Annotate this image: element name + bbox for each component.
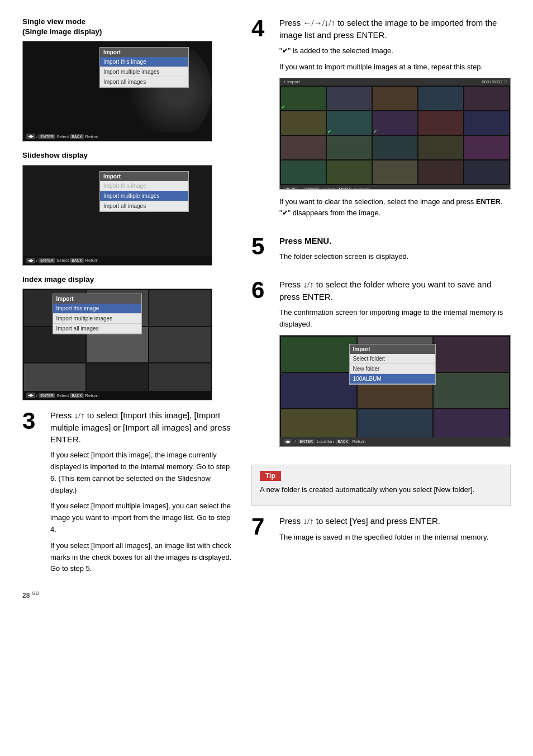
step7-body1: The image is saved in the specified fold… <box>279 532 511 544</box>
step7-title: Press ↓/↑ to select [Yes] and press ENTE… <box>279 515 511 527</box>
step6-number: 6 <box>251 278 272 453</box>
menu-header-3: Import <box>53 294 141 304</box>
right-column: 4 Press ←/→/↓/↑ to select the image to b… <box>251 17 511 599</box>
step4-block: 4 Press ←/→/↓/↑ to select the image to b… <box>251 17 511 224</box>
tip-body: A new folder is created automatically wh… <box>260 484 502 496</box>
slideshow-menu: Import Import this image Import multiple… <box>99 171 189 212</box>
f-t-6 <box>434 373 509 408</box>
menu-item-i3: Import all images <box>53 324 141 334</box>
step5-title: Press MENU. <box>279 235 511 247</box>
page-layout: Single view mode (Single image display) … <box>22 17 511 599</box>
step7-content: Press ↓/↑ to select [Yes] and press ENTE… <box>279 515 511 548</box>
img-t-3 <box>373 87 417 110</box>
img-t-6 <box>281 111 326 135</box>
index-section: Index image display Import Import this i… <box>22 275 235 401</box>
menu-item-s2: Import multiple images <box>100 191 188 201</box>
tip-label: Tip <box>260 471 281 481</box>
step4-number: 4 <box>251 17 272 224</box>
img-list-header: + Import 0001/0037 □ <box>280 78 510 86</box>
step5-number: 5 <box>251 235 272 267</box>
img-t-7: ✔ <box>327 111 372 135</box>
folder-bar: ◀▶ / ENTER Location BACK Return <box>280 437 510 446</box>
image-grid: ✔ ✔ ✔ <box>280 86 510 185</box>
single-view-section: Single view mode (Single image display) … <box>22 17 235 141</box>
menu-item-1: Import this image <box>100 57 188 67</box>
folder-menu-item-2: New folder <box>350 364 435 374</box>
index-display: Import Import this image Import multiple… <box>22 289 212 400</box>
step4-body3: If you want to clear the selection, sele… <box>279 196 511 220</box>
index-title: Index image display <box>22 275 235 285</box>
f-t-1 <box>281 337 356 372</box>
slideshow-bar: ◀▶ / ENTER Select BACK Return <box>23 256 212 265</box>
step3-content: Press ↓/↑ to select [Import this image],… <box>50 409 235 579</box>
tip-box: Tip A new folder is created automaticall… <box>251 465 511 507</box>
folder-menu-item-3: 100ALBUM <box>350 374 435 384</box>
step6-title: Press ↓/↑ to select the folder where you… <box>279 278 511 303</box>
img-t-17 <box>327 160 372 184</box>
menu-item-s1: Import this image <box>100 181 188 191</box>
step6-block: 6 Press ↓/↑ to select the folder where y… <box>251 278 511 453</box>
img-t-15 <box>464 136 509 159</box>
left-column: Single view mode (Single image display) … <box>22 17 235 599</box>
img-t-1: ✔ <box>281 87 326 110</box>
img-list-title: + Import <box>283 79 300 84</box>
single-view-bar: ◀▶ / ENTER Select BACK Return <box>23 132 212 141</box>
img-t-12 <box>327 136 372 159</box>
step3-body1: If you select [Import this image], the i… <box>50 450 235 496</box>
step5-body1: The folder selection screen is displayed… <box>279 251 511 263</box>
step3-title: Press ↓/↑ to select [Import this image],… <box>50 409 235 445</box>
step4-content: Press ←/→/↓/↑ to select the image to be … <box>279 17 511 224</box>
step6-body1: The confirmation screen for importing im… <box>279 307 511 330</box>
menu-item-i2: Import multiple images <box>53 314 141 324</box>
img-t-2 <box>327 87 372 110</box>
step3-block: 3 Press ↓/↑ to select [Import this image… <box>22 409 235 579</box>
menu-header: Import <box>100 48 188 57</box>
thumb-6 <box>149 327 211 362</box>
img-t-9 <box>418 111 463 135</box>
step5-content: Press MENU. The folder selection screen … <box>279 235 511 267</box>
step4-body1: "✔" is added to the selected image. <box>279 45 511 57</box>
single-view-menu: Import Import this image Import multiple… <box>99 47 189 88</box>
bar-nav-i: ◀▶ / ENTER Select BACK Return <box>26 393 98 398</box>
step3-number: 3 <box>22 409 42 579</box>
img-t-19 <box>418 160 463 184</box>
menu-item-s3: Import all images <box>100 201 188 211</box>
bar-nav: ◀▶ / ENTER Select BACK Return <box>26 134 98 139</box>
img-t-16 <box>281 160 326 184</box>
f-t-3 <box>434 337 509 372</box>
single-view-title: Single view mode (Single image display) <box>22 17 235 36</box>
step6-content: Press ↓/↑ to select the folder where you… <box>279 278 511 453</box>
folder-menu-item-1: Select folder: <box>350 354 435 364</box>
f-t-4 <box>281 373 356 408</box>
step5-block: 5 Press MENU. The folder selection scree… <box>251 235 511 267</box>
img-t-13 <box>373 136 417 159</box>
thumb-3 <box>149 290 211 325</box>
folder-menu-header: Import <box>350 344 435 354</box>
step3-body2: If you select [Import multiple images], … <box>50 500 235 535</box>
step4-title: Press ←/→/↓/↑ to select the image to be … <box>279 17 511 41</box>
img-list-bar: ◀▶◀▶ / ENTER Select MENU Confirm <box>280 185 510 190</box>
index-bar: ◀▶ / ENTER Select BACK Return <box>23 391 212 400</box>
img-t-14 <box>418 136 463 159</box>
step7-block: 7 Press ↓/↑ to select [Yes] and press EN… <box>251 515 511 548</box>
img-t-18 <box>373 160 417 184</box>
menu-item-3: Import all images <box>100 77 188 87</box>
single-view-display: Import Import this image Import multiple… <box>22 41 212 141</box>
step7-number: 7 <box>251 515 272 548</box>
image-list-display: + Import 0001/0037 □ ✔ ✔ ✔ <box>279 78 511 190</box>
img-t-10 <box>464 111 509 135</box>
menu-item-2: Import multiple images <box>100 67 188 77</box>
img-t-11 <box>281 136 326 159</box>
folder-display: Import Select folder: New folder 100ALBU… <box>279 335 511 447</box>
step3-body3: If you select [Import all images], an im… <box>50 540 235 575</box>
img-t-8: ✔ <box>373 111 417 135</box>
step4-body2: If you want to import multiple images at… <box>279 62 511 73</box>
img-t-5 <box>464 87 509 110</box>
slideshow-display: Import Import this image Import multiple… <box>22 165 212 266</box>
page-number: 28 GB <box>22 590 235 599</box>
img-t-20 <box>464 160 509 184</box>
slideshow-section: Slideshow display Import Import this ima… <box>22 150 235 266</box>
bar-nav-s: ◀▶ / ENTER Select BACK Return <box>26 258 98 263</box>
menu-header-2: Import <box>100 172 188 181</box>
menu-item-i1: Import this image <box>53 304 141 314</box>
